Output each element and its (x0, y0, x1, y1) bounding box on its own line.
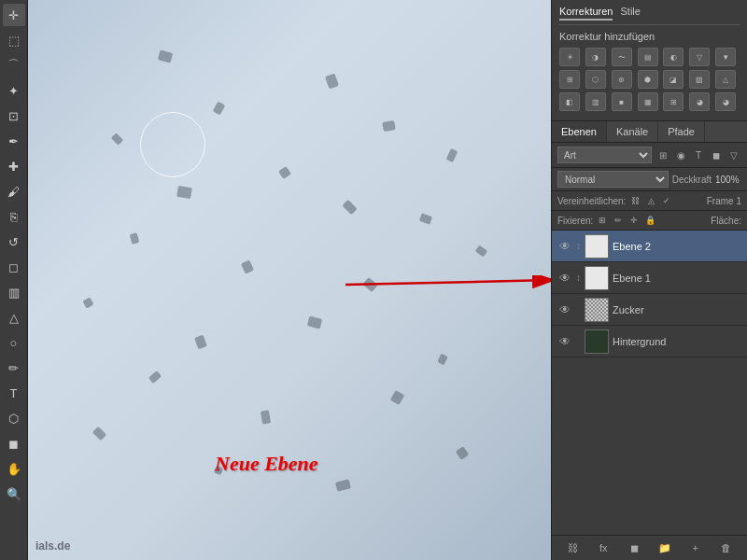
eyedropper-tool[interactable]: ✒ (3, 130, 25, 152)
fix-icons: ⊞ ✏ ✛ 🔒 (596, 214, 656, 227)
levels-icon-btn[interactable]: ⊞ (559, 70, 580, 89)
layer-item[interactable]: 👁 ↕ Zucker (552, 294, 747, 326)
tab-ebenen[interactable]: Ebenen (552, 121, 607, 142)
text-tool[interactable]: T (3, 382, 25, 404)
zoom-tool[interactable]: 🔍 (3, 483, 25, 505)
layer-item[interactable]: 👁 ↕ Ebene 2 (552, 231, 747, 262)
heal-tool[interactable]: ✚ (3, 155, 25, 177)
tab-pfade[interactable]: Pfade (658, 121, 705, 142)
corrections-tabs: Korrekturen Stile (559, 6, 740, 25)
curves-icon-btn[interactable]: 〜 (612, 48, 632, 66)
filter-mask-icon[interactable]: T (691, 147, 706, 162)
layer-chain-icon: ↕ (576, 241, 581, 251)
shape-tool[interactable]: ◼ (3, 432, 25, 455)
eraser-tool[interactable]: ◻ (3, 256, 25, 278)
filter-smart-icon[interactable]: ◼ (709, 147, 724, 162)
history-tool[interactable]: ↺ (3, 231, 25, 253)
corrections-icon-grid-3: ◧ ▥ ■ ▦ ⊞ ◕ ◕ (559, 92, 740, 111)
layer-name: Zucker (613, 304, 741, 315)
fix-grid-icon[interactable]: ⊞ (596, 214, 609, 227)
brightness-icon-btn[interactable]: ☀ (559, 48, 580, 66)
filter-select[interactable]: Art (557, 147, 652, 163)
filter-attr-icon[interactable]: ⊞ (655, 147, 670, 162)
add-style-button[interactable]: fx (595, 539, 612, 556)
layer-visibility-icon[interactable]: 👁 (557, 334, 572, 349)
fix-label: Fixieren: (557, 216, 593, 226)
tab-stile[interactable]: Stile (620, 6, 640, 21)
dodge-tool[interactable]: ○ (3, 331, 25, 354)
unite-icons: ⛓ ◬ ✓ (628, 194, 673, 207)
gradient-map-icon-btn[interactable]: ▥ (585, 92, 606, 111)
add-mask-button[interactable]: ◼ (626, 539, 642, 556)
filter-fx-icon[interactable]: ◉ (673, 147, 688, 162)
vibrance-icon-btn[interactable]: ◕ (689, 92, 710, 111)
crop-tool[interactable]: ⊡ (3, 105, 25, 127)
layer-item[interactable]: 👁 ↕ Ebene 1 (552, 262, 747, 294)
filter-icons: ⊞ ◉ T ◼ ▽ (655, 147, 741, 162)
brush-tool[interactable]: 🖌 (3, 180, 25, 203)
new-group-button[interactable]: 📁 (656, 539, 673, 556)
unite-alpha-icon[interactable]: ◬ (644, 194, 657, 207)
unite-label: Vereinheitlichen: (557, 196, 626, 206)
lasso-tool[interactable]: ⌒ (3, 54, 25, 77)
layer-thumbnail (585, 298, 609, 322)
annotation-text: Neue Ebene (215, 452, 318, 476)
pattern-icon-btn[interactable]: ⊞ (663, 92, 684, 111)
layer-item[interactable]: 👁 ↕ Hintergrund (552, 326, 747, 357)
layer-thumbnail (585, 234, 609, 259)
channel-mix-icon-btn[interactable]: ⊛ (612, 70, 632, 89)
corrections-panel: Korrekturen Stile Korrektur hinzufügen ☀… (552, 0, 747, 121)
invert-icon-btn[interactable]: ◪ (663, 70, 684, 89)
fix-move-icon[interactable]: ✛ (627, 214, 641, 227)
tab-korrekturen[interactable]: Korrekturen (559, 6, 613, 21)
link-layers-button[interactable]: ⛓ (564, 539, 581, 556)
corrections-title: Korrektur hinzufügen (559, 31, 740, 42)
fix-brush-icon[interactable]: ✏ (612, 214, 625, 227)
new-layer-button[interactable]: + (687, 539, 704, 556)
path-tool[interactable]: ⬡ (3, 407, 25, 429)
layers-panel: Ebenen Kanäle Pfade Art ⊞ ◉ T ◼ ▽ (552, 121, 747, 560)
unite-link-icon[interactable]: ⛓ (628, 194, 641, 207)
unite-row: Vereinheitlichen: ⛓ ◬ ✓ Frame 1 (552, 191, 747, 211)
exposure-icon-btn[interactable]: ▤ (638, 48, 658, 66)
delete-layer-button[interactable]: 🗑 (718, 539, 735, 556)
unite-vector-icon[interactable]: ✓ (660, 194, 673, 207)
posterize-icon-btn[interactable]: ▨ (689, 70, 710, 89)
clone-tool[interactable]: ⎘ (3, 205, 25, 228)
gradient-tool[interactable]: ▥ (3, 281, 25, 303)
color-lookup-icon-btn[interactable]: ⬢ (638, 70, 658, 89)
layer-name: Hintergrund (613, 336, 741, 347)
layer-visibility-icon[interactable]: 👁 (557, 239, 572, 254)
blend-mode-select[interactable]: Normal (557, 171, 669, 188)
gradient-fill-icon-btn[interactable]: ▦ (638, 92, 658, 111)
blur-tool[interactable]: △ (3, 306, 25, 329)
fix-lock-icon[interactable]: 🔒 (643, 214, 656, 227)
black-white-icon-btn[interactable]: ◕ (715, 92, 736, 111)
move-tool[interactable]: ✛ (3, 4, 25, 26)
photo-filter-icon-btn[interactable]: ⬡ (585, 70, 606, 89)
hue-icon-btn[interactable]: ◐ (663, 48, 684, 66)
right-panel: Korrekturen Stile Korrektur hinzufügen ☀… (551, 0, 747, 560)
filter-toggle-icon[interactable]: ▽ (726, 147, 741, 162)
canvas-area[interactable]: Neue Ebene ials.de (28, 0, 551, 560)
threshold-icon-btn[interactable]: △ (715, 70, 736, 89)
saturation-icon-btn[interactable]: ▽ (689, 48, 710, 66)
layer-thumbnail (585, 329, 609, 354)
layer-thumbnail (585, 266, 609, 290)
layer-name: Ebene 1 (613, 273, 741, 284)
layer-visibility-icon[interactable]: 👁 (557, 271, 572, 286)
select-tool[interactable]: ⬚ (3, 29, 25, 51)
selective-color-icon-btn[interactable]: ◧ (559, 92, 580, 111)
pen-tool[interactable]: ✏ (3, 357, 25, 379)
hand-tool[interactable]: ✋ (3, 457, 25, 480)
solid-color-icon-btn[interactable]: ■ (612, 92, 632, 111)
contrast-icon-btn[interactable]: ◑ (585, 48, 606, 66)
opacity-value: 100% (715, 175, 741, 185)
tab-kanaele[interactable]: Kanäle (607, 121, 658, 142)
color-balance-icon-btn[interactable]: ▼ (715, 48, 736, 66)
frame-label: Frame 1 (707, 196, 741, 206)
opacity-label: Deckkraft (672, 175, 712, 185)
blend-mode-row: Normal Deckkraft 100% (552, 168, 747, 191)
layer-visibility-icon[interactable]: 👁 (557, 302, 572, 317)
magic-wand-tool[interactable]: ✦ (3, 79, 25, 102)
